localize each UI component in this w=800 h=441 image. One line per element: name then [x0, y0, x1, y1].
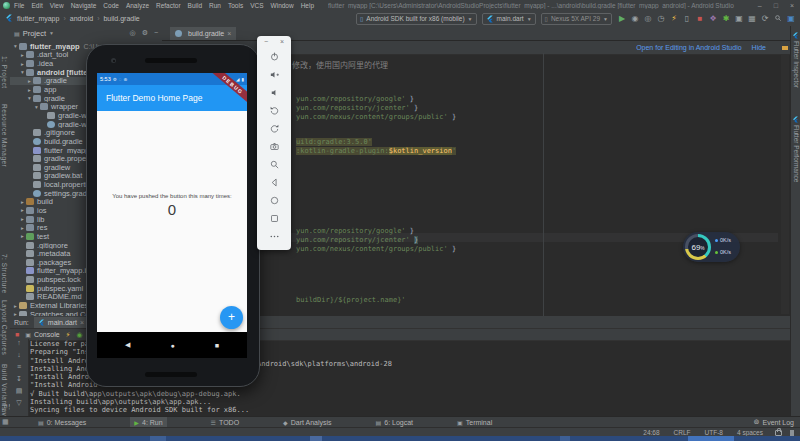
tool-window-switcher-icon[interactable]: ▦	[2, 418, 9, 426]
menu-code[interactable]: Code	[103, 2, 119, 9]
toolwindow-tab-todo[interactable]: ☰TODO	[211, 419, 240, 426]
power-icon[interactable]	[257, 47, 291, 65]
phone-screen[interactable]: 5:53 ⚙◌⊕ ◢▮ DEBUG Flutter Demo Home Page…	[97, 73, 247, 358]
error-stripe-mark[interactable]	[782, 46, 788, 50]
breadcrumb-item-flutter_myapp[interactable]: flutter_myapp	[17, 15, 59, 22]
run-icon[interactable]: ▶	[617, 15, 627, 23]
hot-reload-icon[interactable]: ⚡	[66, 331, 71, 339]
toolwindow-tab-4-run[interactable]: ▶4: Run	[130, 417, 166, 428]
rotate-left-icon[interactable]	[257, 101, 291, 119]
print-icon[interactable]: ▤	[10, 387, 28, 399]
toolwindow-button-layout-captures[interactable]: Layout Captures	[1, 300, 8, 355]
minimize-icon[interactable]: −	[264, 38, 268, 45]
menu-help[interactable]: Help	[301, 2, 314, 9]
sync-icon[interactable]: ⟳	[760, 15, 770, 23]
gauge-unit: %	[700, 246, 704, 251]
run-config-selector[interactable]: main.dart ▼	[482, 13, 536, 25]
hide-link[interactable]: Hide	[752, 44, 766, 51]
window-controls: –□×	[758, 2, 794, 9]
breadcrumb-item-android[interactable]: android	[70, 15, 93, 22]
menu-vcs[interactable]: VCS	[250, 2, 263, 9]
profiler-icon[interactable]: ◷	[656, 15, 666, 23]
up-icon[interactable]: ↑	[10, 339, 28, 351]
menu-refactor[interactable]: Refactor	[156, 2, 181, 9]
heap-indicator	[790, 430, 794, 436]
menu-run[interactable]: Run	[209, 2, 221, 9]
menu-build[interactable]: Build	[188, 2, 202, 9]
fab-increment-button[interactable]: +	[220, 306, 243, 329]
more-icon[interactable]	[257, 227, 291, 245]
avd-manager-icon[interactable]: ▦	[747, 15, 757, 23]
toolwindow-button-resource-manager[interactable]: Resource Manager	[1, 104, 8, 167]
sdk-manager-icon[interactable]: ▣	[734, 15, 744, 23]
menu-window[interactable]: Window	[271, 2, 294, 9]
clear-icon[interactable]: ▽	[10, 399, 28, 411]
device-icon[interactable]: ▯	[682, 15, 692, 23]
tab-build-gradle[interactable]: build.gradle ×	[170, 27, 236, 40]
menu-file[interactable]: File	[14, 2, 24, 9]
stop-icon[interactable]: ■	[15, 331, 19, 338]
maximize-button[interactable]: □	[774, 2, 778, 9]
close-button[interactable]: ×	[790, 2, 794, 9]
file-icon	[26, 276, 34, 283]
editor-scrollbar[interactable]	[781, 54, 789, 314]
menu-view[interactable]: View	[50, 2, 64, 9]
search-icon[interactable]	[773, 14, 783, 24]
event-log-button[interactable]: ⊚Event Log	[754, 418, 794, 426]
nav-overview-icon[interactable]: ■	[215, 342, 219, 349]
notifications-icon[interactable]: ▣	[786, 15, 796, 23]
toolwindow-tab-6-logcat[interactable]: ▤6: Logcat	[376, 419, 413, 426]
home-icon[interactable]	[257, 191, 291, 209]
menu-edit[interactable]: Edit	[31, 2, 42, 9]
tab-console[interactable]: ▣ Console	[25, 331, 59, 338]
toolwindow-button-flutter-inspector[interactable]: Flutter Inspector	[791, 32, 800, 88]
hide-icon[interactable]: −	[154, 29, 158, 37]
nav-home-icon[interactable]: ●	[170, 342, 174, 349]
windows-taskbar	[0, 436, 800, 441]
toolwindow-tab-dart-analysis[interactable]: ◆Dart Analysis	[283, 419, 331, 426]
toolwindow-tab-0-messages[interactable]: ▤0: Messages	[38, 419, 86, 426]
volume-up-icon[interactable]	[257, 65, 291, 83]
flutter-icon	[5, 14, 13, 23]
breadcrumb-item-build.gradle[interactable]: build.gradle	[103, 15, 139, 22]
encoding[interactable]: UTF-8	[705, 429, 723, 436]
overview-icon[interactable]	[257, 209, 291, 227]
open-in-android-studio-link[interactable]: Open for Editing in Android Studio	[636, 44, 741, 51]
tab-close-icon[interactable]: ×	[80, 319, 84, 326]
settings-icon[interactable]: ⚙	[142, 29, 148, 37]
tab-close-icon[interactable]: ×	[227, 30, 231, 37]
caret-position[interactable]: 24:68	[643, 429, 659, 436]
line-ending[interactable]: CRLF	[674, 429, 691, 436]
minimize-button[interactable]: –	[758, 2, 762, 9]
locate-icon[interactable]: ◎	[130, 29, 136, 37]
nav-back-icon[interactable]: ◀	[125, 341, 130, 349]
device-selector[interactable]: ▯ Android SDK built for x86 (mobile) ▼	[356, 13, 477, 25]
run-tab-main-dart[interactable]: main.dart ×	[34, 317, 88, 328]
close-icon[interactable]: ×	[280, 38, 284, 45]
toolwindow-button----structure[interactable]: 7: Structure	[1, 254, 8, 294]
coverage-icon[interactable]: ◎	[643, 15, 653, 23]
hot-restart-icon[interactable]: ◉	[77, 331, 83, 339]
camera-icon[interactable]	[257, 137, 291, 155]
back-icon[interactable]	[257, 173, 291, 191]
volume-down-icon[interactable]	[257, 83, 291, 101]
down-icon[interactable]: ↓	[10, 351, 28, 363]
toolwindow-button-flutter-performance[interactable]: Flutter Performance	[791, 116, 800, 182]
rotate-right-icon[interactable]	[257, 119, 291, 137]
toolwindow-tab-terminal[interactable]: ▣Terminal	[457, 419, 492, 426]
stop-icon[interactable]: ■	[695, 15, 705, 23]
debug-icon[interactable]: ◉	[630, 15, 640, 23]
menu-navigate[interactable]: Navigate	[71, 2, 97, 9]
menu-analyze[interactable]: Analyze	[126, 2, 149, 9]
project-panel-header[interactable]: ▤ Project ▼ ◎⚙−	[10, 26, 162, 40]
hot-reload-icon[interactable]: ⚡	[669, 15, 679, 23]
toolwindow-button----project[interactable]: 1: Project	[1, 56, 8, 88]
pub-get-icon[interactable]: ✱	[721, 15, 731, 23]
attach-debugger-icon[interactable]: ❖	[708, 15, 718, 23]
zoom-icon[interactable]	[257, 155, 291, 173]
soft-wrap-icon[interactable]: ≡	[10, 363, 28, 375]
indent-size[interactable]: 4 spaces	[737, 429, 763, 436]
scroll-end-icon[interactable]: ↧	[10, 375, 28, 387]
menu-tools[interactable]: Tools	[228, 2, 243, 9]
target-device-selector[interactable]: ▯ Nexus 5X API 29 ▼	[541, 13, 612, 25]
